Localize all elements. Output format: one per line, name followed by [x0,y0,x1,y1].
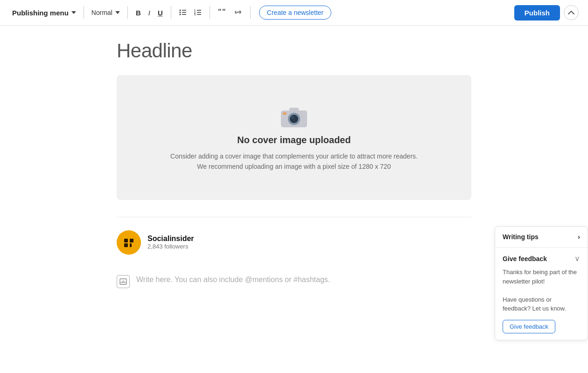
toolbar-divider-5 [250,6,251,19]
svg-rect-23 [130,239,133,242]
svg-point-16 [290,115,298,123]
toolbar: Publishing menu Normal B I U [0,0,588,26]
svg-text:3.: 3. [194,13,196,15]
feedback-text-2: Have questions or feedback? Let us know. [503,296,566,312]
author-name: Socialinsider [147,235,194,243]
feedback-header: Give feedback ∨ [503,254,580,263]
svg-rect-22 [124,239,128,242]
write-placeholder[interactable]: Write here. You can also include @mentio… [136,274,330,285]
toolbar-divider-4 [210,6,210,19]
ordered-list-button[interactable]: 1. 2. 3. [191,7,205,18]
svg-rect-19 [283,112,287,115]
svg-point-4 [179,14,181,15]
quote-link-group: " " [215,7,245,19]
feedback-title: Give feedback [503,255,547,262]
blockquote-icon: " " [218,9,226,15]
feedback-text: Thanks for being part of the newsletter … [503,268,580,313]
camera-icon [279,103,309,129]
toolbar-divider-2 [127,6,128,19]
cover-desc-line2: We recommend uploading an image with a p… [197,163,391,170]
cover-title: No cover image uploaded [237,135,350,145]
feedback-section: Give feedback ∨ Thanks for being part of… [495,248,588,340]
feedback-chevron-icon[interactable]: ∨ [574,254,580,263]
article-headline[interactable]: Headline [117,40,471,62]
italic-button[interactable]: I [145,7,154,18]
svg-text:": " [218,9,222,15]
svg-point-0 [179,10,181,11]
link-button[interactable] [231,7,245,18]
svg-rect-25 [130,243,132,247]
blockquote-button[interactable]: " " [215,7,230,19]
author-avatar[interactable] [117,230,141,255]
bold-button[interactable]: B [133,7,144,18]
publishing-menu-label: Publishing menu [12,9,69,17]
create-newsletter-button[interactable]: Create a newsletter [259,6,331,20]
svg-point-21 [117,230,141,255]
give-feedback-button[interactable]: Give feedback [503,320,555,333]
write-area: Write here. You can also include @mentio… [117,269,471,294]
author-followers: 2,843 followers [147,243,194,250]
author-section: Socialinsider 2,843 followers [117,217,471,255]
ordered-list-icon: 1. 2. 3. [194,9,202,15]
writing-tips-chevron-icon: › [578,233,580,241]
writing-tips-label: Writing tips [503,233,539,241]
paragraph-style-label: Normal [91,9,112,16]
unordered-list-icon [179,9,187,15]
publish-button[interactable]: Publish [514,5,560,21]
paragraph-style-arrow-icon [115,11,120,14]
unordered-list-button[interactable] [176,7,190,18]
toolbar-divider-3 [171,6,171,19]
avatar-icon [117,230,141,255]
author-info: Socialinsider 2,843 followers [147,235,194,250]
toolbar-left: Publishing menu Normal B I U [9,6,331,20]
svg-rect-18 [289,108,299,112]
side-panel: Writing tips › Give feedback ∨ Thanks fo… [495,226,588,340]
main-content: Headline No cover image uploaded [107,26,481,312]
link-icon [234,9,242,15]
chevron-up-button[interactable] [564,5,579,20]
writing-tips-section[interactable]: Writing tips › [495,227,588,248]
cover-description: Consider adding a cover image that compl… [170,151,418,172]
underline-button[interactable]: U [154,7,166,18]
text-format-group: B I U [133,7,166,18]
cover-image-placeholder[interactable]: No cover image uploaded Consider adding … [117,75,471,200]
publishing-menu-arrow-icon [71,11,76,14]
list-format-group: 1. 2. 3. [176,7,205,18]
media-insert-button[interactable] [117,275,130,288]
svg-point-17 [291,116,294,119]
chevron-up-icon [568,10,574,15]
feedback-text-1: Thanks for being part of the newsletter … [503,269,577,285]
media-icon [119,278,127,285]
svg-rect-24 [124,243,128,247]
svg-line-29 [123,281,125,282]
svg-text:": " [222,9,226,15]
toolbar-right: Publish [514,5,579,21]
toolbar-divider-1 [84,6,84,19]
paragraph-style-select[interactable]: Normal [89,7,123,18]
svg-line-28 [122,281,123,283]
cover-desc-line1: Consider adding a cover image that compl… [170,152,418,160]
svg-point-2 [179,12,181,13]
publishing-menu-button[interactable]: Publishing menu [9,7,79,19]
svg-rect-26 [120,279,126,284]
